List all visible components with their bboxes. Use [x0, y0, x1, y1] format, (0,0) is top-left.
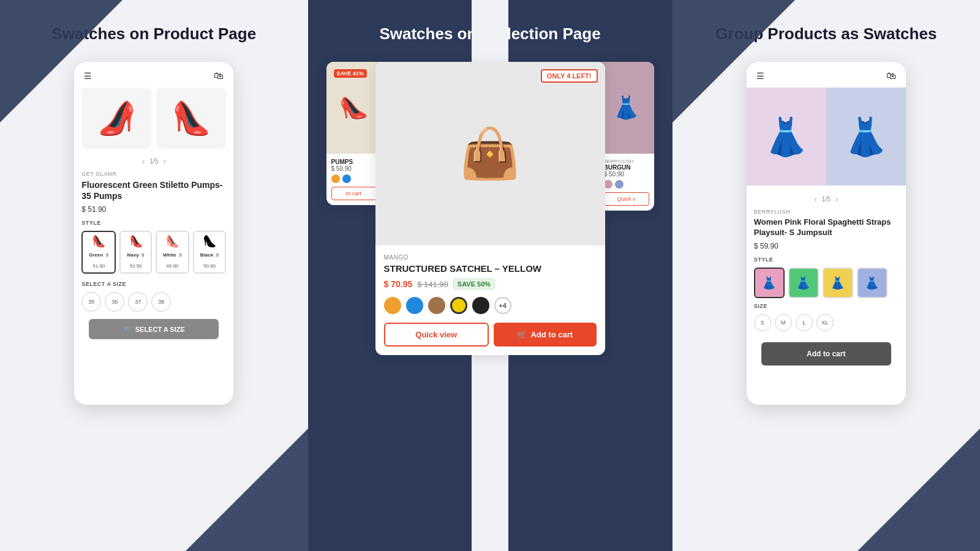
cart-icon-left[interactable]: 🛍	[214, 70, 224, 81]
right-size-swatches: S M L XL	[754, 314, 899, 331]
hamburger-icon-right[interactable]: ☰	[756, 71, 764, 81]
card-body: MANGO STRUCTURED SATCHEL – YELLOW $ 70.9…	[375, 246, 605, 355]
only-badge: ONLY 4 LEFT!	[541, 69, 598, 83]
size-m[interactable]: M	[775, 314, 792, 331]
next-image-btn-right[interactable]: ›	[835, 194, 839, 204]
card-image-area: ONLY 4 LEFT! 👜	[375, 62, 605, 246]
right-color-2	[615, 180, 624, 189]
phone-mockup-right: ☰ 🛍 👗 👗 ‹ 1/5 › BERRYLUSH Women Pink Flo…	[747, 62, 906, 405]
image-nav-right: ‹ 1/5 ›	[747, 192, 906, 209]
left-color-1	[331, 174, 340, 183]
price-new: $ 70.95	[384, 279, 413, 289]
section-mid-title: Swatches on Collection Page	[379, 24, 600, 43]
select-size-label: SELECT A SIZE	[135, 326, 185, 333]
size-l[interactable]: L	[796, 314, 813, 331]
image-counter: 1/5	[149, 158, 158, 165]
style-swatch-navy[interactable]: 👠 Navy $ 52.50	[119, 231, 152, 274]
size-label-left: SELECT A SIZE	[81, 281, 226, 287]
size-s[interactable]: S	[754, 314, 771, 331]
product-image-2: 👠	[156, 88, 226, 149]
right-swatch-4[interactable]: 👗	[857, 268, 888, 298]
size-swatches-left: 35 36 37 38	[81, 292, 226, 312]
color-tan[interactable]	[428, 297, 445, 314]
right-partial-quick-btn[interactable]: Quick v	[604, 192, 649, 206]
cart-small-icon: 🛒	[123, 325, 132, 333]
right-style-label: STYLE	[754, 257, 899, 263]
bag-image: 👜	[459, 125, 521, 182]
save-badge-feat: SAVE 50%	[453, 279, 495, 290]
right-style-swatches: 👗 👗 👗 👗	[754, 268, 899, 298]
color-orange[interactable]	[384, 297, 401, 314]
size-36[interactable]: 36	[105, 292, 124, 312]
product-image-1: 👠	[81, 88, 151, 149]
left-partial-cart-btn[interactable]: to cart	[331, 187, 377, 200]
price-old: $ 141.90	[417, 280, 448, 289]
style-label-left: STYLE	[81, 220, 226, 226]
right-img-1: 👗	[747, 88, 826, 186]
card-brand: MANGO	[384, 254, 597, 261]
right-product-info: BERRYLUSH Women Pink Floral Spaghetti St…	[747, 209, 906, 342]
right-brand: BERRYLUSH	[754, 209, 899, 215]
right-product-price: $ 59.90	[754, 242, 899, 250]
right-swatch-1[interactable]: 👗	[754, 268, 785, 298]
right-partial-brand: BERRYLUSH	[604, 159, 649, 164]
right-product-images: 👗 👗	[747, 88, 906, 186]
left-save-badge: SAVE 41%	[334, 69, 367, 78]
style-swatches-left: 👠 Green $ 51.90 👠 Navy $ 52.50 👠 White $…	[81, 231, 226, 274]
color-yellow[interactable]	[450, 297, 467, 314]
color-black[interactable]	[472, 297, 489, 314]
quick-view-button[interactable]: Quick view	[384, 323, 489, 347]
image-counter-right: 1/5	[822, 196, 831, 203]
prev-image-btn-right[interactable]: ‹	[814, 194, 817, 204]
add-to-cart-button-right[interactable]: Add to cart	[761, 342, 891, 365]
cart-icon-right[interactable]: 🛍	[886, 70, 896, 81]
right-size-label: SIZE	[754, 303, 899, 309]
style-swatch-white[interactable]: 👠 White $ 49.90	[156, 231, 189, 274]
left-partial-price: $ 50.90	[331, 165, 377, 172]
size-35[interactable]: 35	[81, 292, 101, 312]
size-xl[interactable]: XL	[816, 314, 834, 331]
product-title-left: Fluorescent Green Stiletto Pumps- 35 Pum…	[81, 179, 226, 201]
left-color-2	[342, 174, 351, 183]
size-37[interactable]: 37	[128, 292, 148, 312]
phone-top-bar-right: ☰ 🛍	[747, 62, 906, 88]
left-partial-title: PUMPS	[331, 159, 377, 165]
image-nav-left: ‹ 1/5 ›	[74, 154, 233, 171]
decorative-triangle-br-right	[858, 429, 980, 551]
right-product-title: Women Pink Floral Spaghetti Straps Plays…	[754, 217, 899, 238]
color-swatches-row: +4	[384, 297, 597, 314]
right-partial-price: $ 50.90	[604, 171, 649, 178]
section-left: Swatches on Product Page ☰ 🛍 👠 👠 ‹ 1/5 ›…	[0, 0, 308, 551]
section-mid: Swatches on Collection Page SAVE 41% 👠 P…	[308, 0, 673, 551]
color-more[interactable]: +4	[494, 297, 511, 314]
product-info-left: GET GLAMR Fluorescent Green Stiletto Pum…	[74, 171, 233, 312]
price-row: $ 70.95 $ 141.90 SAVE 50%	[384, 279, 597, 290]
product-brand-left: GET GLAMR	[81, 171, 226, 177]
cart-icon-btn: 🛒	[517, 330, 527, 339]
right-swatch-2[interactable]: 👗	[788, 268, 819, 298]
next-image-btn[interactable]: ›	[163, 156, 166, 166]
product-images-left: 👠 👠	[74, 88, 233, 154]
size-38[interactable]: 38	[151, 292, 171, 312]
add-to-cart-button[interactable]: 🛒 Add to cart	[494, 323, 597, 347]
phone-mockup-left: ☰ 🛍 👠 👠 ‹ 1/5 › GET GLAMR Fluorescent Gr…	[74, 62, 233, 405]
select-size-button[interactable]: 🛒 SELECT A SIZE	[89, 319, 219, 339]
style-swatch-green[interactable]: 👠 Green $ 51.90	[81, 231, 116, 274]
style-swatch-black[interactable]: 👠 Black $ 50.90	[193, 231, 227, 274]
card-actions: Quick view 🛒 Add to cart	[384, 323, 597, 347]
card-title: STRUCTURED SATCHEL – YELLOW	[384, 263, 597, 274]
hamburger-icon[interactable]: ☰	[84, 71, 92, 81]
prev-image-btn[interactable]: ‹	[142, 156, 145, 166]
product-price-left: $ 51.90	[81, 205, 226, 214]
featured-card: ONLY 4 LEFT! 👜 MANGO STRUCTURED SATCHEL …	[375, 62, 605, 355]
section-right: Group Products as Swatches ☰ 🛍 👗 👗 ‹ 1/5…	[673, 0, 981, 551]
add-cart-label: Add to cart	[530, 330, 573, 339]
phone-top-bar-left: ☰ 🛍	[74, 62, 233, 88]
right-partial-title: BURGUN	[604, 164, 649, 171]
right-img-2: 👗	[826, 88, 906, 186]
right-color-1	[604, 180, 612, 189]
color-blue[interactable]	[406, 297, 423, 314]
right-swatch-3[interactable]: 👗	[823, 268, 853, 298]
decorative-triangle-br	[186, 429, 308, 551]
